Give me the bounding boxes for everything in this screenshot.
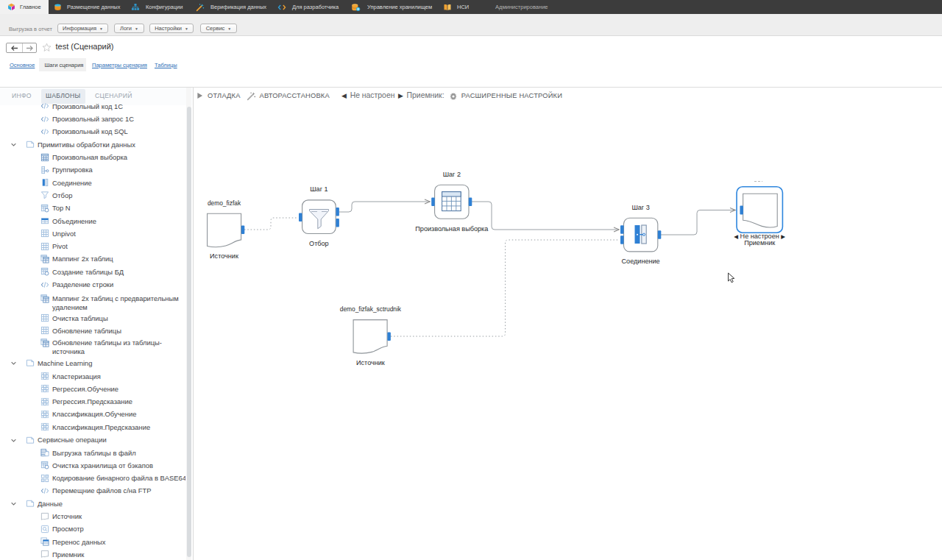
svg-text:Шаг 1: Шаг 1 bbox=[310, 185, 327, 193]
svg-text:Соединение: Соединение bbox=[622, 258, 660, 265]
svg-text:Отбор: Отбор bbox=[309, 240, 329, 247]
svg-text:Произвольная выборка: Произвольная выборка bbox=[415, 225, 489, 233]
svg-text:demo_fizfak: demo_fizfak bbox=[208, 199, 241, 207]
svg-text:Приемник: Приемник bbox=[744, 239, 776, 247]
svg-text:demo_fizfak_sctrudnik: demo_fizfak_sctrudnik bbox=[340, 305, 402, 313]
svg-text:Источник: Источник bbox=[356, 359, 386, 366]
svg-text:Шаг 2: Шаг 2 bbox=[443, 171, 461, 178]
svg-text:Шаг 3: Шаг 3 bbox=[631, 204, 649, 211]
svg-text:Источник: Источник bbox=[210, 252, 239, 260]
